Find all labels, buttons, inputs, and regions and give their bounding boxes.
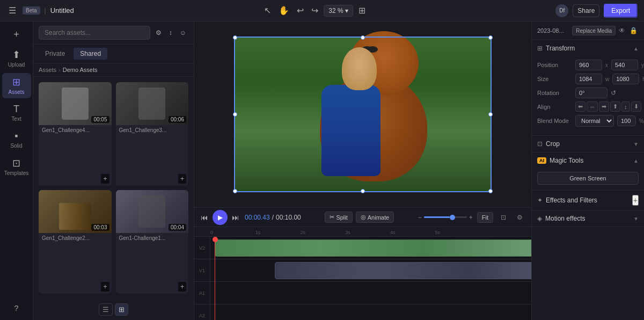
- align-left-button[interactable]: ⬅: [575, 101, 586, 112]
- templates-icon: ⊡: [12, 157, 20, 169]
- motion-collapse-icon: ▼: [633, 216, 639, 222]
- sort-button[interactable]: ↕: [167, 27, 174, 39]
- sidebar-item-upload[interactable]: ⬆ Upload: [2, 46, 31, 71]
- clip-v2[interactable]: 2023-08-12_15-44-48.png (2): [215, 239, 531, 257]
- handle-bottom-left[interactable]: [233, 189, 237, 193]
- rotation-input[interactable]: [575, 88, 608, 98]
- asset-card-1[interactable]: 00:06 Gen1_Challenge3... +: [116, 82, 189, 186]
- add-icon: +: [13, 29, 19, 40]
- position-y-input[interactable]: [611, 60, 638, 70]
- zoom-control[interactable]: 32 % ▾: [324, 5, 353, 17]
- sidebar-item-help[interactable]: ?: [2, 301, 31, 316]
- cursor-tool-button[interactable]: ↖: [262, 3, 273, 18]
- crop-icon-btn[interactable]: ⊡: [497, 213, 509, 222]
- hamburger-menu-button[interactable]: ☰: [6, 3, 18, 18]
- section-effects-title: ✦ Effects and Filters: [537, 197, 597, 204]
- sidebar-item-add[interactable]: +: [2, 26, 31, 43]
- size-w-input[interactable]: [575, 74, 602, 84]
- zoom-minus-icon[interactable]: −: [418, 214, 422, 221]
- sidebar-item-text[interactable]: T Text: [2, 100, 31, 125]
- green-screen-button[interactable]: Green Screen: [537, 172, 639, 185]
- ai-badge: AI: [537, 157, 546, 164]
- sidebar-item-solid[interactable]: ▪ Solid: [2, 127, 31, 152]
- settings-button[interactable]: ⚙: [514, 213, 526, 222]
- zoom-slider-handle[interactable]: [450, 215, 455, 220]
- tab-private[interactable]: Private: [39, 48, 71, 60]
- track-v2: V2 2023-08-12_15-44-48.png (2): [194, 237, 531, 259]
- asset-duration-3: 00:04: [169, 224, 186, 231]
- ruler-mark-5s: 5s: [435, 230, 441, 235]
- filter-button[interactable]: ⚙: [153, 27, 164, 39]
- asset-duration-2: 00:03: [91, 224, 109, 231]
- reset-rotation-button[interactable]: ↺: [611, 89, 616, 97]
- handle-top-left[interactable]: [233, 35, 237, 40]
- section-magic-tools-title: AI Magic Tools: [537, 157, 583, 164]
- crop-collapse-icon: ▼: [633, 141, 639, 147]
- handle-bottom-mid[interactable]: [361, 189, 365, 193]
- clip-v1[interactable]: Gen1_Challenge4.mp4: [275, 262, 531, 279]
- skip-forward-button[interactable]: ⏭: [231, 212, 240, 223]
- section-magic-tools-header[interactable]: AI Magic Tools ▲: [532, 152, 644, 169]
- align-right-button[interactable]: ➡: [599, 101, 609, 112]
- blend-mode-select[interactable]: Normal Multiply Screen: [575, 115, 614, 127]
- handle-mid-right[interactable]: [488, 112, 493, 117]
- share-button[interactable]: Share: [573, 4, 599, 17]
- fit-button[interactable]: Fit: [477, 212, 493, 223]
- replace-media-button[interactable]: Replace Media: [572, 26, 616, 35]
- prop-row-size: Size w h 🔗: [537, 74, 639, 84]
- sidebar-item-assets[interactable]: ⊞ Assets: [2, 73, 31, 98]
- hand-tool-button[interactable]: ✋: [276, 3, 291, 18]
- effects-add-button[interactable]: +: [632, 195, 639, 206]
- handle-top-mid[interactable]: [361, 35, 365, 40]
- split-button[interactable]: ✂ Split: [325, 212, 352, 223]
- grid-view-button[interactable]: ⊞: [115, 303, 128, 316]
- align-center-v-button[interactable]: ↕: [621, 101, 630, 112]
- section-transform-header[interactable]: ⊞ Transform ▲: [532, 40, 644, 56]
- section-crop-header[interactable]: ⊡ Crop ▼: [532, 136, 644, 152]
- opacity-input[interactable]: [617, 115, 636, 126]
- zoom-slider[interactable]: [424, 216, 467, 218]
- layout-button[interactable]: ⊞: [356, 3, 368, 18]
- play-button[interactable]: ▶: [213, 210, 228, 225]
- track-a2: A2: [194, 304, 531, 320]
- align-center-h-button[interactable]: ↔: [587, 101, 598, 112]
- breadcrumb-assets[interactable]: Assets: [39, 67, 56, 73]
- redo-button[interactable]: ↪: [309, 3, 320, 18]
- section-effects-header[interactable]: ✦ Effects and Filters +: [532, 191, 644, 210]
- asset-card-3[interactable]: 00:04 Gen1-Challenge1... +: [116, 190, 189, 294]
- topbar-separator: |: [45, 7, 46, 14]
- lock-button[interactable]: 🔒: [628, 26, 639, 35]
- sidebar-item-templates[interactable]: ⊡ Templates: [2, 154, 31, 179]
- align-bottom-button[interactable]: ⬇: [631, 101, 641, 112]
- section-motion-header[interactable]: ◈ Motion effects ▼: [532, 210, 644, 227]
- breadcrumb-demo-assets[interactable]: Demo Assets: [63, 67, 98, 73]
- ruler-mark-3s: 3s: [345, 230, 350, 235]
- handle-mid-left[interactable]: [233, 112, 237, 117]
- handle-top-right[interactable]: [488, 35, 493, 40]
- align-top-button[interactable]: ⬆: [610, 101, 620, 112]
- size-h-input[interactable]: [612, 74, 639, 84]
- skip-back-button[interactable]: ⏮: [200, 212, 209, 223]
- left-sidebar: + ⬆ Upload ⊞ Assets T Text ▪ Solid ⊡ Tem…: [0, 21, 33, 320]
- animate-button[interactable]: ◎ Animate: [356, 212, 394, 223]
- tab-shared[interactable]: Shared: [74, 48, 107, 60]
- search-input[interactable]: [39, 26, 150, 40]
- position-x-input[interactable]: [575, 60, 602, 70]
- emoji-button[interactable]: ☺: [178, 27, 188, 39]
- zoom-plus-icon[interactable]: +: [469, 214, 473, 221]
- sidebar-label-solid: Solid: [10, 143, 22, 149]
- undo-button[interactable]: ↩: [295, 3, 306, 18]
- assets-footer: ☰ ⊞: [33, 299, 194, 320]
- section-crop: ⊡ Crop ▼: [532, 136, 644, 152]
- asset-card-2[interactable]: 00:03 Gen1_Challenge2... +: [39, 190, 112, 294]
- sidebar-label-templates: Templates: [4, 170, 29, 176]
- canvas[interactable]: [234, 37, 492, 192]
- text-icon: T: [13, 104, 19, 115]
- handle-bottom-right[interactable]: [488, 189, 493, 193]
- timeline-ruler: 0 1s 2s 3s 4s 5s: [194, 227, 531, 237]
- list-view-button[interactable]: ☰: [99, 303, 113, 316]
- asset-card-0[interactable]: 00:05 Gen1_Challenge4... +: [39, 82, 112, 186]
- ruler-mark-2s: 2s: [300, 230, 305, 235]
- export-button[interactable]: Export: [604, 4, 638, 18]
- visibility-button[interactable]: 👁: [618, 26, 626, 35]
